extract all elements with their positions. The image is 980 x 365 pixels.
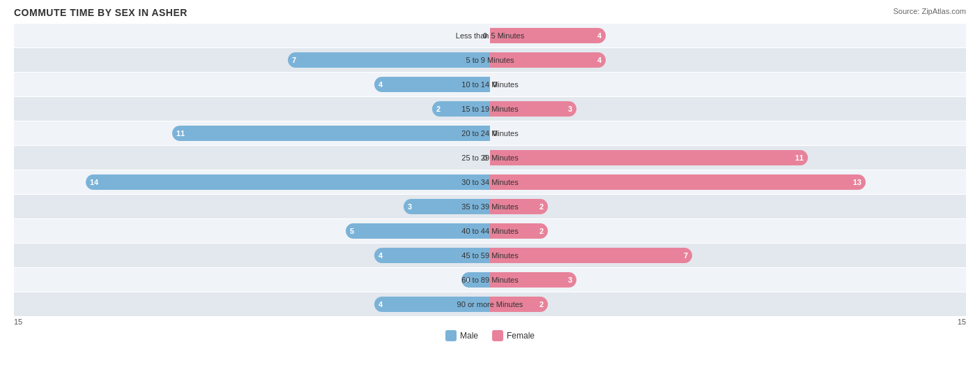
row-label: 90 or more Minutes	[427, 300, 553, 308]
male-value: 7	[288, 56, 296, 64]
legend-male-label: Male	[460, 331, 478, 341]
female-value: 11	[795, 154, 808, 162]
axis-right: 15	[958, 318, 966, 326]
row-label: 35 to 39 Minutes	[427, 202, 553, 211]
row-label: 30 to 34 Minutes	[427, 178, 553, 186]
female-value: 3	[568, 105, 576, 113]
table-row: 0Less than 5 Minutes4	[14, 24, 966, 47]
legend-female-box	[492, 330, 503, 341]
male-value: 11	[172, 129, 185, 137]
row-label: 45 to 59 Minutes	[427, 251, 553, 260]
left-section: 2	[14, 97, 490, 121]
right-section: 2	[490, 219, 966, 243]
row-label: Less than 5 Minutes	[427, 31, 553, 40]
legend-row: Male Female	[14, 330, 966, 341]
legend-male-box	[445, 330, 457, 341]
legend-male: Male	[445, 330, 478, 341]
row-label: 20 to 24 Minutes	[427, 129, 553, 137]
axis-row: 15 15	[14, 318, 966, 326]
male-value: 14	[86, 178, 98, 186]
table-row: 75 to 9 Minutes4	[14, 48, 966, 72]
left-section: 7	[14, 48, 490, 72]
left-section: 4	[14, 292, 490, 316]
male-value: 3	[404, 202, 412, 211]
right-section: 4	[490, 48, 966, 72]
chart-container: COMMUTE TIME BY SEX IN ASHER Source: Zip…	[0, 0, 980, 365]
right-section: 11	[490, 146, 966, 170]
female-value: 4	[597, 56, 606, 64]
source-text: Source: ZipAtlas.com	[893, 7, 966, 15]
left-section: 4	[14, 244, 490, 267]
table-row: 1430 to 34 Minutes13	[14, 170, 966, 194]
male-value: 4	[374, 300, 383, 308]
row-label: 5 to 9 Minutes	[427, 56, 553, 64]
left-section: 0	[14, 24, 490, 47]
table-row: 540 to 44 Minutes2	[14, 219, 966, 243]
right-section: 2	[490, 292, 966, 316]
left-section: 1	[14, 268, 490, 292]
female-value: 3	[568, 276, 576, 284]
left-section: 5	[14, 219, 490, 243]
right-section: 3	[490, 268, 966, 292]
row-label: 25 to 29 Minutes	[427, 154, 553, 162]
table-row: 445 to 59 Minutes7	[14, 244, 966, 267]
left-section: 11	[14, 121, 490, 145]
title-row: COMMUTE TIME BY SEX IN ASHER Source: Zip…	[14, 7, 966, 18]
female-value: 13	[853, 178, 866, 186]
female-value: 4	[597, 31, 606, 40]
left-section: 0	[14, 146, 490, 170]
row-label: 60 to 89 Minutes	[427, 276, 553, 284]
axis-left: 15	[14, 318, 22, 326]
table-row: 215 to 19 Minutes3	[14, 97, 966, 121]
table-row: 410 to 14 Minutes0	[14, 73, 966, 96]
right-section: 0	[490, 73, 966, 96]
row-label: 40 to 44 Minutes	[427, 227, 553, 235]
female-value: 7	[684, 251, 692, 260]
legend-female: Female	[492, 330, 535, 341]
table-row: 335 to 39 Minutes2	[14, 195, 966, 218]
right-section: 0	[490, 121, 966, 145]
male-value: 4	[374, 251, 383, 260]
left-section: 4	[14, 73, 490, 96]
right-section: 7	[490, 244, 966, 267]
male-value: 4	[374, 80, 383, 89]
table-row: 160 to 89 Minutes3	[14, 268, 966, 292]
right-section: 13	[490, 170, 966, 194]
left-section: 3	[14, 195, 490, 218]
right-section: 4	[490, 24, 966, 47]
chart-title: COMMUTE TIME BY SEX IN ASHER	[14, 7, 187, 18]
row-label: 15 to 19 Minutes	[427, 105, 553, 113]
legend-female-label: Female	[507, 331, 535, 341]
table-row: 1120 to 24 Minutes0	[14, 121, 966, 145]
table-row: 490 or more Minutes2	[14, 292, 966, 316]
left-section: 14	[14, 170, 490, 194]
right-section: 3	[490, 97, 966, 121]
row-label: 10 to 14 Minutes	[427, 80, 553, 89]
chart-area: 0Less than 5 Minutes475 to 9 Minutes4410…	[14, 24, 966, 316]
right-section: 2	[490, 195, 966, 218]
male-value: 5	[346, 227, 354, 235]
table-row: 025 to 29 Minutes11	[14, 146, 966, 170]
